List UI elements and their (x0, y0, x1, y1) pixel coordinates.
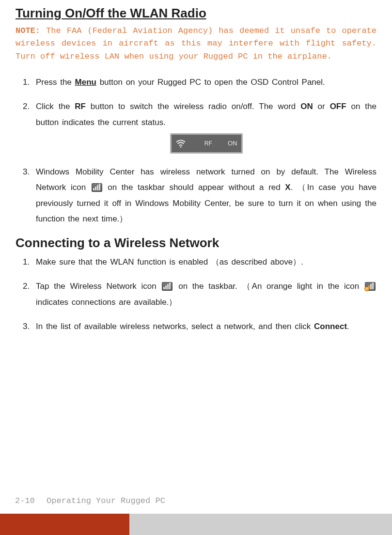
step-text: or (313, 102, 330, 111)
steps-connecting: Make sure that the WLAN function is enab… (16, 254, 376, 334)
step-3: Windows Mobility Center has wireless net… (33, 164, 376, 227)
chapter-title: Operating Your Rugged PC (47, 496, 165, 505)
off-label: OFF (330, 102, 346, 111)
step-text: Click the (36, 102, 75, 111)
heading-connecting: Connecting to a Wireless Network (16, 236, 376, 251)
step-text: Press the (36, 78, 75, 87)
step-text: on the taskbar. （An orange light in the … (173, 282, 364, 291)
wireless-network-icon (162, 282, 172, 291)
rf-osd-button[interactable]: RF ON (170, 133, 243, 154)
step-text: Tap the Wireless Network icon (36, 282, 161, 291)
step-text: on the taskbar should appear without a r… (103, 183, 285, 192)
wireless-network-icon (92, 183, 102, 192)
page-footer: 2-10 Operating Your Rugged PC (0, 496, 392, 535)
steps-turning-on-off: Press the Menu button on your Rugged PC … (16, 75, 376, 227)
step-text: button on your Rugged PC to open the OSD… (96, 78, 325, 87)
rf-widget-status: ON (228, 138, 237, 150)
note-label: NOTE: (16, 26, 40, 35)
rf-button-ref: RF (75, 102, 86, 111)
step-2: Click the RF button to switch the wirele… (33, 99, 376, 154)
footer-accent-bar (0, 514, 129, 535)
step-text: indicates connections are available.） (36, 298, 177, 307)
step-text: In the list of available wireless networ… (36, 322, 314, 331)
footer-text: 2-10 Operating Your Rugged PC (15, 496, 165, 505)
footer-grey-bar (129, 514, 392, 535)
svg-point-0 (180, 146, 181, 148)
page-content: Turning On/Off the WLAN Radio NOTE: The … (0, 0, 376, 334)
note-text: The FAA (Federal Aviation Agency) has de… (16, 26, 376, 61)
step-1: Press the Menu button on your Rugged PC … (33, 75, 376, 90)
rf-widget-label: RF (186, 138, 228, 149)
step-3: In the list of available wireless networ… (33, 319, 376, 334)
step-2: Tap the Wireless Network icon on the tas… (33, 279, 376, 310)
wireless-network-available-icon (365, 282, 376, 291)
footer-decoration (0, 514, 392, 535)
rf-widget-figure: RF ON (36, 133, 376, 154)
red-x-ref: X (285, 183, 290, 192)
heading-wlan-radio: Turning On/Off the WLAN Radio (16, 6, 376, 21)
connect-button-ref: Connect (314, 322, 347, 331)
on-label: ON (300, 102, 313, 111)
menu-button-ref: Menu (75, 78, 96, 87)
step-text: . (347, 322, 349, 331)
step-text: Make sure that the WLAN function is enab… (36, 257, 303, 267)
step-1: Make sure that the WLAN function is enab… (33, 254, 376, 270)
wifi-icon (175, 139, 186, 148)
note-block: NOTE: The FAA (Federal Aviation Agency) … (16, 25, 376, 63)
step-text: button to switch the wireless radio on/o… (86, 102, 300, 111)
page-number: 2-10 (15, 496, 35, 505)
